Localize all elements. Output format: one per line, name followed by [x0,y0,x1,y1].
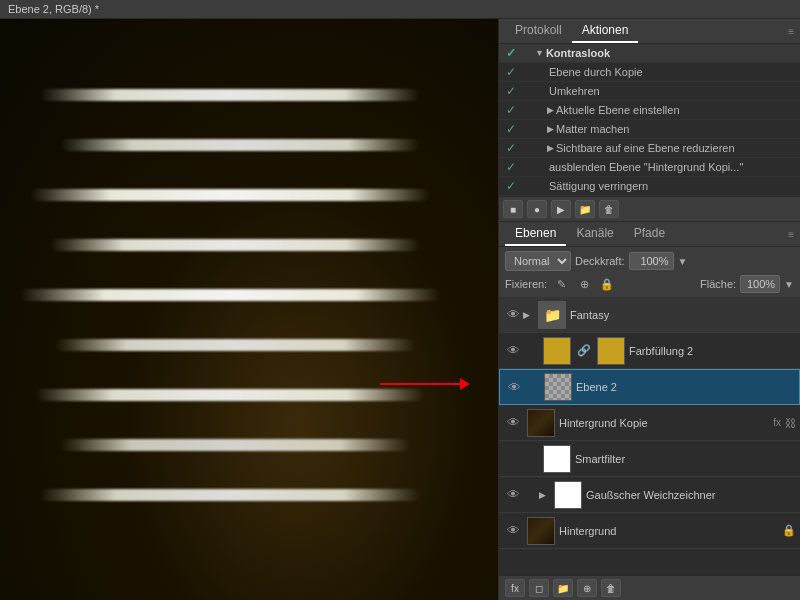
tab-aktionen[interactable]: Aktionen [572,19,639,43]
light-streak-1 [60,139,420,151]
canvas-area [0,19,498,600]
action-check-icon: ✓ [503,160,519,174]
action-label: Kontraslook [546,47,796,59]
layer-thumbnail [543,445,571,473]
layer-name: Ebene 2 [576,381,795,393]
action-item-4[interactable]: ✓▶Matter machen [499,120,800,139]
fill-input[interactable] [740,275,780,293]
delete-button[interactable]: 🗑 [599,200,619,218]
layer-link-icon: 🔗 [577,344,591,357]
layer-item-4[interactable]: Smartfilter [499,441,800,477]
light-streak-8 [40,489,420,501]
group-triangle-icon: ▶ [523,310,530,320]
group-triangle-icon: ▶ [539,490,546,500]
action-item-5[interactable]: ✓▶Sichtbare auf eine Ebene reduzieren [499,139,800,158]
action-label: ausblenden Ebene "Hintergrund Kopi..." [549,161,796,173]
actions-panel: ✓▼Kontraslook✓Ebene durch Kopie✓Umkehren… [499,44,800,196]
action-item-0[interactable]: ✓▼Kontraslook [499,44,800,63]
delete-layer-button[interactable]: 🗑 [601,579,621,597]
bottom-tabs: Ebenen Kanäle Pfade ≡ [499,222,800,247]
layers-toolbar: fx ◻ 📁 ⊕ 🗑 [499,575,800,600]
forest-background [0,19,498,600]
layer-lock-icon: 🔒 [782,524,796,537]
title-text: Ebene 2, RGB/8) * [8,3,99,15]
action-triangle-icon: ▶ [547,143,554,153]
action-triangle-icon: ▶ [547,124,554,134]
layer-thumbnail [527,409,555,437]
opacity-input[interactable] [629,252,674,270]
action-label: Ebene durch Kopie [549,66,796,78]
fix-fill-row: Fixieren: ✎ ⊕ 🔒 Fläche: ▼ [505,275,794,293]
action-check-icon: ✓ [503,103,519,117]
light-streak-5 [55,339,415,351]
fix-position-icon[interactable]: ✎ [551,275,571,293]
layer-fx-icon: fx [773,417,781,428]
eye-icon[interactable]: 👁 [503,523,523,538]
light-streak-0 [40,89,420,101]
eye-icon[interactable]: 👁 [504,380,524,395]
eye-icon[interactable]: 👁 [503,343,523,358]
tab-ebenen[interactable]: Ebenen [505,222,566,246]
fill-label: Fläche: [700,278,736,290]
layer-name: Fantasy [570,309,796,321]
fix-lock-icon[interactable]: 🔒 [597,275,617,293]
fix-label: Fixieren: [505,278,547,290]
blend-mode-select[interactable]: Normal [505,251,571,271]
layer-item-0[interactable]: 👁▶📁Fantasy [499,297,800,333]
layer-thumbnail [554,481,582,509]
action-label: Matter machen [556,123,796,135]
layer-name: Hintergrund Kopie [559,417,769,429]
action-item-7[interactable]: ✓Sättigung verringern [499,177,800,196]
light-streak-7 [60,439,410,451]
fx-button[interactable]: fx [505,579,525,597]
eye-icon[interactable]: 👁 [503,487,523,502]
layer-item-3[interactable]: 👁Hintergrund Kopiefx⛓ [499,405,800,441]
blend-opacity-row: Normal Deckkraft: ▼ [505,251,794,271]
new-group-button[interactable]: 📁 [553,579,573,597]
new-layer-button[interactable]: ⊕ [577,579,597,597]
right-panel: Protokoll Aktionen ≡ ✓▼Kontraslook✓Ebene… [498,19,800,600]
folder-button[interactable]: 📁 [575,200,595,218]
fix-move-icon[interactable]: ⊕ [574,275,594,293]
tab-protokoll[interactable]: Protokoll [505,19,572,43]
light-streak-4 [20,289,440,301]
layer-name: Hintergrund [559,525,778,537]
layers-panel-menu[interactable]: ≡ [788,229,794,240]
tab-pfade[interactable]: Pfade [624,222,675,246]
layer-item-6[interactable]: 👁Hintergrund🔒 [499,513,800,549]
opacity-chevron[interactable]: ▼ [678,256,688,267]
stop-button[interactable]: ■ [503,200,523,218]
fix-icons: ✎ ⊕ 🔒 [551,275,617,293]
action-item-1[interactable]: ✓Ebene durch Kopie [499,63,800,82]
layer-item-5[interactable]: 👁▶Gaußscher Weichzeichner [499,477,800,513]
eye-icon[interactable]: 👁 [503,415,523,430]
play-button[interactable]: ▶ [551,200,571,218]
fill-chevron[interactable]: ▼ [784,279,794,290]
tab-kanaele[interactable]: Kanäle [566,222,623,246]
layers-controls: Normal Deckkraft: ▼ Fixieren: ✎ ⊕ 🔒 Fläc… [499,247,800,297]
layers-list: 👁▶📁Fantasy👁🔗Farbfüllung 2👁Ebene 2👁Hinter… [499,297,800,575]
arrow-line [380,383,460,385]
record-button[interactable]: ● [527,200,547,218]
layer-name: Farbfüllung 2 [629,345,796,357]
layer-item-2[interactable]: 👁Ebene 2 [499,369,800,405]
layer-name: Smartfilter [575,453,796,465]
adjustment-button[interactable]: ◻ [529,579,549,597]
action-check-icon: ✓ [503,84,519,98]
action-item-2[interactable]: ✓Umkehren [499,82,800,101]
panel-menu-button[interactable]: ≡ [788,26,794,37]
actions-toolbar: ■ ● ▶ 📁 🗑 [499,196,800,222]
layer-item-1[interactable]: 👁🔗Farbfüllung 2 [499,333,800,369]
eye-icon[interactable]: 👁 [503,307,523,322]
action-check-icon: ✓ [503,46,519,60]
opacity-label: Deckkraft: [575,255,625,267]
action-check-icon: ✓ [503,179,519,193]
action-item-3[interactable]: ✓▶Aktuelle Ebene einstellen [499,101,800,120]
action-triangle-icon: ▼ [535,48,544,58]
layer-name: Gaußscher Weichzeichner [586,489,796,501]
layer-thumbnail [527,517,555,545]
action-item-6[interactable]: ✓ausblenden Ebene "Hintergrund Kopi..." [499,158,800,177]
layer-thumbnail-2 [597,337,625,365]
arrow-overlay [380,374,480,394]
action-label: Umkehren [549,85,796,97]
